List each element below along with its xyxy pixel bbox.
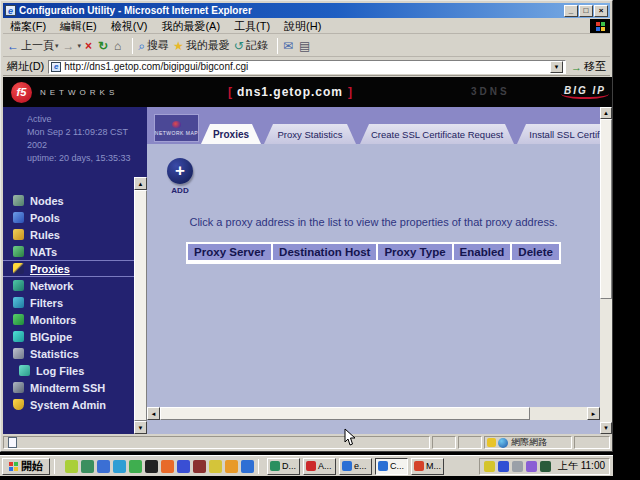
refresh-button[interactable]: ↻ — [98, 40, 110, 52]
scroll-down-icon[interactable]: ▼ — [134, 421, 147, 434]
column-header-destination-host[interactable]: Destination Host — [273, 244, 376, 260]
sidebar-item-monitors[interactable]: Monitors — [3, 311, 147, 328]
task-button-active-ie[interactable]: C... — [375, 458, 408, 475]
task-icon — [378, 461, 388, 471]
menu-tools[interactable]: 工具(T) — [227, 19, 277, 34]
sidebar-item-nats[interactable]: NATs — [3, 243, 147, 260]
forward-dropdown-icon[interactable]: ▾ — [78, 42, 82, 50]
sidebar-item-network[interactable]: Network — [3, 277, 147, 294]
quick-launch-icon-9[interactable] — [193, 460, 206, 473]
tray-icon-4[interactable] — [526, 461, 537, 472]
horizontal-scrollbar[interactable]: ◄ ► — [147, 407, 600, 420]
status-zone-pane: 網際網路 — [484, 436, 572, 449]
quick-launch-icon-2[interactable] — [81, 460, 94, 473]
menu-file[interactable]: 檔案(F) — [3, 19, 53, 34]
resize-grip[interactable] — [574, 436, 610, 449]
scrollbar-track[interactable] — [530, 407, 587, 420]
start-button[interactable]: 開始 — [2, 458, 50, 475]
address-dropdown-icon[interactable]: ▼ — [550, 61, 563, 73]
monitors-icon — [13, 314, 24, 325]
sidebar-item-nodes[interactable]: Nodes — [3, 192, 147, 209]
quick-launch-icon-5[interactable] — [129, 460, 142, 473]
sidebar-item-rules[interactable]: Rules — [3, 226, 147, 243]
home-button[interactable]: ⌂ — [114, 40, 123, 52]
tab-create-ssl-certificate-request[interactable]: Create SSL Certificate Request — [360, 124, 514, 144]
scrollbar-thumb[interactable] — [134, 190, 147, 421]
task-button-3[interactable]: e... — [339, 458, 372, 475]
quick-launch-icon-11[interactable] — [225, 460, 238, 473]
quick-launch-icon-6[interactable] — [145, 460, 158, 473]
scrollbar-thumb[interactable] — [600, 119, 612, 299]
quick-launch-icon-8[interactable] — [177, 460, 190, 473]
sidebar-nav: Nodes Pools Rules NATs Proxies Network F… — [3, 192, 147, 413]
quick-launch-icon-10[interactable] — [209, 460, 222, 473]
favorites-button[interactable]: ★ 我的最愛 — [173, 38, 230, 53]
mail-button[interactable]: ✉ — [283, 40, 295, 52]
minimize-button[interactable]: _ — [564, 5, 578, 17]
sidebar-item-statistics[interactable]: Statistics — [3, 345, 147, 362]
task-button-2[interactable]: A... — [303, 458, 336, 475]
home-icon: ⌂ — [114, 40, 121, 52]
vertical-scrollbar[interactable]: ▲ ▼ — [600, 107, 612, 434]
toolbar-separator — [277, 38, 278, 54]
sidebar-item-log-files[interactable]: Log Files — [3, 362, 147, 379]
column-header-enabled[interactable]: Enabled — [454, 244, 511, 260]
scroll-right-icon[interactable]: ► — [587, 407, 600, 420]
add-button[interactable]: + — [167, 158, 193, 184]
stop-button[interactable]: × — [85, 40, 94, 52]
go-label: 移至 — [584, 59, 606, 74]
status-pane — [458, 436, 482, 449]
tray-icon-5[interactable] — [540, 461, 551, 472]
tray-icon-1[interactable] — [484, 461, 495, 472]
ie-document-icon: e — [5, 5, 16, 16]
forward-button[interactable]: → ▾ — [63, 40, 82, 52]
datetime-text: Mon Sep 2 11:09:28 CST 2002 — [27, 126, 147, 152]
maximize-button[interactable]: □ — [579, 5, 593, 17]
sidebar-item-pools[interactable]: Pools — [3, 209, 147, 226]
column-header-proxy-server[interactable]: Proxy Server — [188, 244, 271, 260]
go-button[interactable]: → 移至 — [571, 59, 606, 74]
search-button[interactable]: ⌕ 搜尋 — [138, 38, 169, 53]
tab-install-ssl-certificate[interactable]: Install SSL Certif — [517, 124, 612, 144]
sidebar-item-system-admin[interactable]: System Admin — [3, 396, 147, 413]
address-input[interactable]: e http://dns1.getop.com/bigipgui/bigconf… — [48, 60, 566, 74]
f5-logo-icon: f5 — [11, 82, 32, 103]
system-tray: 上午 11:00 — [479, 458, 610, 475]
history-button[interactable]: ↺ 記錄 — [234, 38, 268, 53]
tab-proxy-statistics[interactable]: Proxy Statistics — [264, 124, 356, 144]
sidebar-scrollbar[interactable]: ▲ ▼ — [134, 177, 147, 434]
quick-launch-icon-1[interactable] — [65, 460, 78, 473]
task-button-1[interactable]: D... — [267, 458, 300, 475]
task-button-5[interactable]: M... — [411, 458, 444, 475]
quick-launch-icon-7[interactable] — [161, 460, 174, 473]
menu-help[interactable]: 說明(H) — [277, 19, 328, 34]
sidebar-item-proxies[interactable]: Proxies — [3, 260, 147, 277]
quick-launch-icon-12[interactable] — [241, 460, 254, 473]
network-map-button[interactable]: NETWORK MAP — [154, 114, 199, 142]
scroll-up-icon[interactable]: ▲ — [134, 177, 147, 190]
tab-proxies[interactable]: Proxies — [201, 124, 261, 144]
scroll-left-icon[interactable]: ◄ — [147, 407, 160, 420]
sidebar-item-mindterm-ssh[interactable]: Mindterm SSH — [3, 379, 147, 396]
tray-icon-2[interactable] — [498, 461, 509, 472]
task-icon — [270, 461, 280, 471]
column-header-delete[interactable]: Delete — [512, 244, 559, 260]
back-button[interactable]: ← 上一頁 ▾ — [7, 38, 59, 53]
sidebar-item-bigpipe[interactable]: BIGpipe — [3, 328, 147, 345]
tray-icon-3[interactable] — [512, 461, 523, 472]
column-header-proxy-type[interactable]: Proxy Type — [378, 244, 451, 260]
quick-launch-icon-4[interactable] — [113, 460, 126, 473]
scroll-down-icon[interactable]: ▼ — [600, 422, 612, 434]
back-dropdown-icon[interactable]: ▾ — [55, 42, 59, 50]
sidebar-item-filters[interactable]: Filters — [3, 294, 147, 311]
menu-edit[interactable]: 編輯(E) — [53, 19, 104, 34]
scroll-up-icon[interactable]: ▲ — [600, 107, 612, 119]
print-button[interactable]: ▤ — [299, 40, 312, 52]
close-button[interactable]: × — [594, 5, 608, 17]
quick-launch-icon-3[interactable] — [97, 460, 110, 473]
menu-favorites[interactable]: 我的最愛(A) — [154, 19, 227, 34]
menu-view[interactable]: 檢視(V) — [104, 19, 155, 34]
scrollbar-track[interactable] — [600, 299, 612, 422]
page-viewport: f5 NETWORKS [ dns1.getop.com ] 3DNS BIG … — [3, 77, 612, 434]
scrollbar-thumb[interactable] — [160, 407, 530, 420]
